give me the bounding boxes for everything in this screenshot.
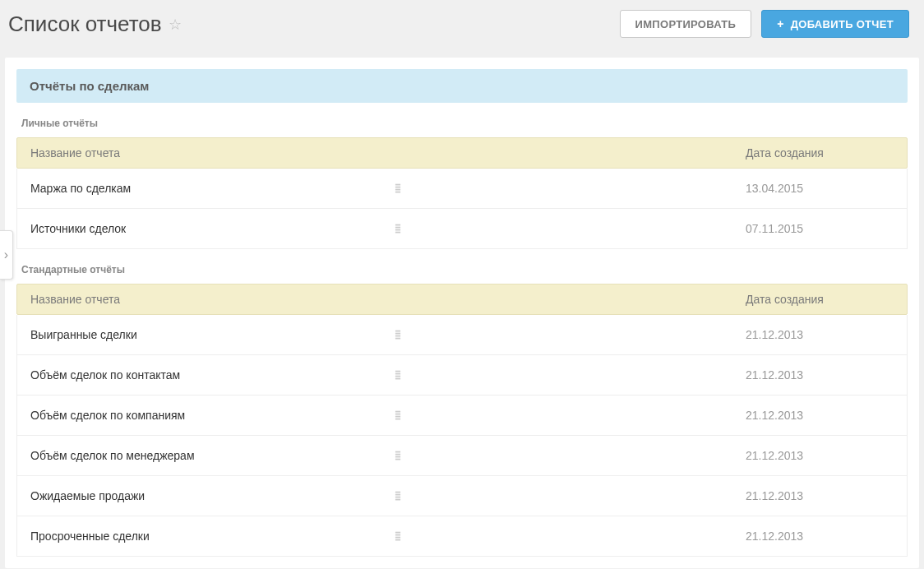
- table-row[interactable]: Маржа по сделкам ━━━━ 13.04.2015: [16, 169, 908, 209]
- drag-handle-icon[interactable]: ━━━━: [395, 330, 400, 340]
- table-row[interactable]: Ожидаемые продажи ━━━━ 21.12.2013: [16, 476, 908, 516]
- add-report-button-label: ДОБАВИТЬ ОТЧЕТ: [791, 18, 894, 30]
- table-row[interactable]: Объём сделок по контактам ━━━━ 21.12.201…: [16, 355, 908, 396]
- favorite-star-icon[interactable]: ☆: [169, 16, 182, 34]
- report-name: Маржа по сделкам: [30, 182, 746, 195]
- content-panel: Отчёты по сделкам Личные отчёты Название…: [5, 58, 919, 568]
- header-actions: ИМПОРТИРОВАТЬ + ДОБАВИТЬ ОТЧЕТ: [620, 10, 909, 38]
- add-report-button[interactable]: + ДОБАВИТЬ ОТЧЕТ: [761, 10, 909, 38]
- column-header-date[interactable]: Дата создания: [746, 293, 894, 306]
- report-date: 13.04.2015: [746, 182, 894, 195]
- report-name: Объём сделок по компаниям: [30, 409, 746, 422]
- column-header-name[interactable]: Название отчета: [30, 293, 746, 306]
- table-row[interactable]: Объём сделок по компаниям ━━━━ 21.12.201…: [16, 396, 908, 436]
- group-label-standard: Стандартные отчёты: [16, 249, 908, 284]
- drag-handle-icon[interactable]: ━━━━: [395, 451, 400, 460]
- table-row[interactable]: Просроченные сделки ━━━━ 21.12.2013: [16, 516, 908, 557]
- report-name: Источники сделок: [30, 222, 746, 235]
- drag-handle-icon[interactable]: ━━━━: [395, 183, 400, 193]
- table-header: Название отчета Дата создания: [16, 137, 908, 169]
- import-button-label: ИМПОРТИРОВАТЬ: [635, 18, 737, 30]
- table-row[interactable]: Объём сделок по менеджерам ━━━━ 21.12.20…: [16, 436, 908, 476]
- drag-handle-icon[interactable]: ━━━━: [395, 224, 400, 234]
- plus-icon: +: [777, 17, 783, 30]
- drag-handle-icon[interactable]: ━━━━: [395, 410, 400, 420]
- column-header-name[interactable]: Название отчета: [30, 146, 746, 160]
- report-date: 21.12.2013: [746, 530, 894, 543]
- report-name: Просроченные сделки: [30, 530, 746, 543]
- table-row[interactable]: Выигранные сделки ━━━━ 21.12.2013: [16, 315, 908, 355]
- report-date: 21.12.2013: [746, 449, 894, 462]
- page-header: Список отчетов ☆ ИМПОРТИРОВАТЬ + ДОБАВИТ…: [0, 0, 924, 58]
- page-title-wrap: Список отчетов ☆: [8, 12, 182, 37]
- report-date: 21.12.2013: [746, 368, 894, 382]
- report-date: 21.12.2013: [746, 328, 894, 341]
- chevron-right-icon: ›: [4, 247, 8, 262]
- group-label-personal: Личные отчёты: [16, 103, 908, 137]
- report-name: Объём сделок по контактам: [30, 368, 746, 382]
- column-header-date[interactable]: Дата создания: [746, 146, 894, 160]
- report-name: Объём сделок по менеджерам: [30, 449, 746, 462]
- report-date: 21.12.2013: [746, 489, 894, 502]
- table-row[interactable]: Источники сделок ━━━━ 07.11.2015: [16, 209, 908, 249]
- report-date: 07.11.2015: [746, 222, 894, 235]
- page-title: Список отчетов: [8, 12, 162, 37]
- drag-handle-icon[interactable]: ━━━━: [395, 491, 400, 501]
- report-name: Выигранные сделки: [30, 328, 746, 341]
- report-name: Ожидаемые продажи: [30, 489, 746, 502]
- table-header: Название отчета Дата создания: [16, 284, 908, 315]
- drag-handle-icon[interactable]: ━━━━: [395, 370, 400, 380]
- report-date: 21.12.2013: [746, 409, 894, 422]
- section-header: Отчёты по сделкам: [16, 69, 908, 103]
- import-button[interactable]: ИМПОРТИРОВАТЬ: [620, 10, 752, 38]
- sidebar-expand-toggle[interactable]: ›: [0, 230, 13, 280]
- drag-handle-icon[interactable]: ━━━━: [395, 531, 400, 541]
